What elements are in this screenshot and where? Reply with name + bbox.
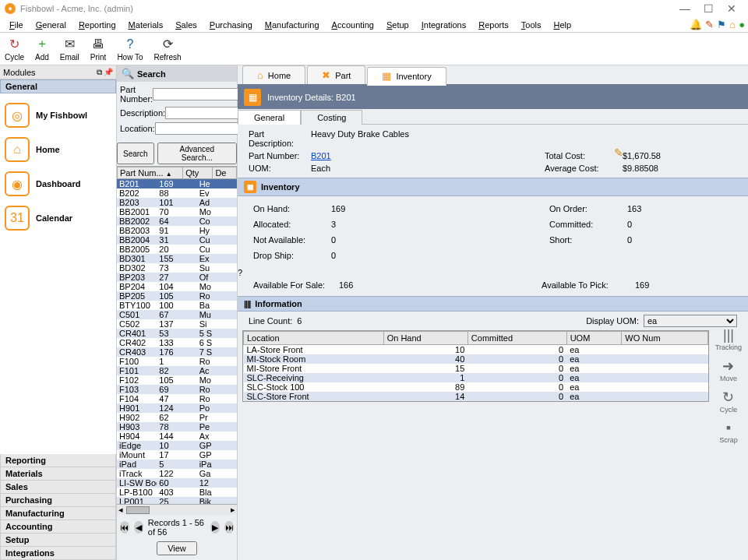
menu-tools[interactable]: Tools: [515, 20, 548, 30]
search-row[interactable]: BTY100100Ba: [117, 301, 237, 310]
search-button[interactable]: Search: [117, 143, 154, 164]
search-row[interactable]: BD301155Ex: [117, 254, 237, 263]
edit-icon[interactable]: ✎: [614, 146, 623, 159]
toolbar-refresh[interactable]: ⟳Refresh: [154, 37, 182, 62]
search-row[interactable]: iEdge10GP: [117, 441, 237, 450]
col-header[interactable]: Part Num... ▲: [118, 167, 183, 179]
search-row[interactable]: F10182Ac: [117, 366, 237, 375]
minimize-button[interactable]: —: [673, 2, 697, 15]
tool-tracking[interactable]: |||Tracking: [715, 327, 742, 351]
search-row[interactable]: B201169He: [117, 179, 237, 188]
search-row[interactable]: B203101Ad: [117, 198, 237, 207]
search-row[interactable]: BB200431Cu: [117, 235, 237, 245]
location-row[interactable]: MI-Store Front150ea: [244, 364, 708, 373]
menu-accounting[interactable]: Accounting: [326, 20, 380, 30]
search-row[interactable]: BP204104Mo: [117, 282, 237, 291]
search-row[interactable]: C502137Si: [117, 319, 237, 329]
loc-col[interactable]: Committed: [468, 332, 566, 345]
accordion-purchasing[interactable]: Purchasing: [0, 494, 116, 507]
menu-materials[interactable]: Materials: [122, 20, 170, 30]
toolbar-cycle[interactable]: ↻Cycle: [5, 37, 24, 62]
tool-scrap[interactable]: ▪Scrap: [719, 420, 738, 444]
cart-icon[interactable]: ✎: [705, 19, 714, 30]
maximize-button[interactable]: ☐: [697, 2, 720, 15]
search-row[interactable]: F1001Ro: [117, 357, 237, 366]
search-row[interactable]: iPad5iPa: [117, 460, 237, 469]
menu-reporting[interactable]: Reporting: [72, 20, 122, 30]
nav-my-fishbowl[interactable]: ◎My Fishbowl: [2, 98, 115, 132]
toolbar-email[interactable]: ✉Email: [60, 37, 79, 62]
search-row[interactable]: C50167Mu: [117, 310, 237, 319]
location-row[interactable]: SLC-Stock 100890ea: [244, 382, 708, 392]
col-header[interactable]: De: [213, 167, 237, 179]
tab-part[interactable]: ✖Part: [307, 65, 365, 84]
location-row[interactable]: MI-Stock Room400ea: [244, 354, 708, 364]
location-row[interactable]: SLC-Receiving10ea: [244, 373, 708, 382]
menu-sales[interactable]: Sales: [169, 20, 203, 30]
toolbar-how-to[interactable]: ?How To: [117, 37, 143, 62]
tool-move[interactable]: ➜Move: [720, 357, 737, 382]
first-page-button[interactable]: ⏮: [120, 521, 129, 534]
accordion-integrations[interactable]: Integrations: [0, 547, 116, 560]
horizontal-scrollbar[interactable]: ◂▸: [117, 504, 237, 515]
menu-setup[interactable]: Setup: [380, 20, 415, 30]
search-row[interactable]: LP00125Bik: [117, 497, 237, 504]
search-row[interactable]: F102105Mo: [117, 375, 237, 385]
col-header[interactable]: Qty: [183, 167, 213, 179]
menu-reports[interactable]: Reports: [472, 20, 515, 30]
search-row[interactable]: F10447Ro: [117, 394, 237, 403]
location-row[interactable]: SLC-Store Front140ea: [244, 392, 708, 401]
subtab-general[interactable]: General: [238, 110, 301, 125]
search-row[interactable]: BD30273Su: [117, 263, 237, 273]
loc-col[interactable]: WO Num: [622, 332, 708, 345]
view-button[interactable]: View: [157, 541, 197, 555]
search-row[interactable]: BP20327Of: [117, 273, 237, 282]
undock-icon[interactable]: ⧉: [97, 68, 102, 77]
loc-col[interactable]: UOM: [566, 332, 622, 345]
bell-icon[interactable]: 🔔: [690, 19, 702, 30]
search-row[interactable]: BB200264Co: [117, 217, 237, 226]
part-num-link[interactable]: B201: [311, 151, 467, 160]
accordion-materials[interactable]: Materials: [0, 467, 116, 481]
search-row[interactable]: LI-SW Body6012: [117, 478, 237, 488]
toolbar-add[interactable]: ＋Add: [35, 37, 49, 62]
flag-icon[interactable]: ⚑: [717, 19, 726, 30]
loc-col[interactable]: On Hand: [383, 332, 468, 345]
search-row[interactable]: B20288Ev: [117, 188, 237, 198]
search-row[interactable]: CR4031767 S: [117, 347, 237, 357]
tool-cycle[interactable]: ↻Cycle: [720, 389, 738, 414]
menu-purchasing[interactable]: Purchasing: [203, 20, 259, 30]
tab-inventory[interactable]: ▦Inventory: [367, 67, 446, 86]
home-icon[interactable]: ⌂: [729, 19, 736, 30]
accordion-general[interactable]: General: [0, 79, 116, 93]
advanced-search-button[interactable]: Advanced Search...: [157, 143, 237, 164]
subtab-costing[interactable]: Costing: [301, 110, 362, 125]
display-uom-select[interactable]: ea: [644, 315, 737, 327]
menu-file[interactable]: File: [3, 20, 30, 30]
tab-home[interactable]: ⌂Home: [242, 65, 305, 84]
search-row[interactable]: CR401535 S: [117, 329, 237, 338]
accordion-manufacturing[interactable]: Manufacturing: [0, 507, 116, 520]
search-row[interactable]: H904144Ax: [117, 431, 237, 441]
next-page-button[interactable]: ▶: [210, 521, 220, 534]
search-row[interactable]: BB200520Cu: [117, 245, 237, 254]
search-row[interactable]: H90378Pe: [117, 422, 237, 431]
location-row[interactable]: LA-Store Front100ea: [244, 345, 708, 355]
search-row[interactable]: H90262Pr: [117, 413, 237, 422]
accordion-reporting[interactable]: Reporting: [0, 454, 116, 467]
last-page-button[interactable]: ⏭: [224, 521, 234, 534]
prev-page-button[interactable]: ◀: [134, 521, 143, 534]
search-row[interactable]: BB200391Hy: [117, 226, 237, 235]
search-row[interactable]: F10369Ro: [117, 385, 237, 394]
nav-dashboard[interactable]: ◉Dashboard: [2, 167, 115, 201]
accordion-sales[interactable]: Sales: [0, 481, 116, 494]
search-row[interactable]: H901124Po: [117, 403, 237, 413]
menu-general[interactable]: General: [30, 20, 72, 30]
help-icon[interactable]: ?: [238, 268, 242, 277]
menu-help[interactable]: Help: [547, 20, 577, 30]
search-row[interactable]: BP205105Ro: [117, 291, 237, 301]
pin-icon[interactable]: 📌: [104, 68, 113, 76]
loc-col[interactable]: Location: [244, 332, 384, 345]
search-row[interactable]: LP-B100403Bla: [117, 488, 237, 497]
close-button[interactable]: ✕: [720, 2, 743, 15]
